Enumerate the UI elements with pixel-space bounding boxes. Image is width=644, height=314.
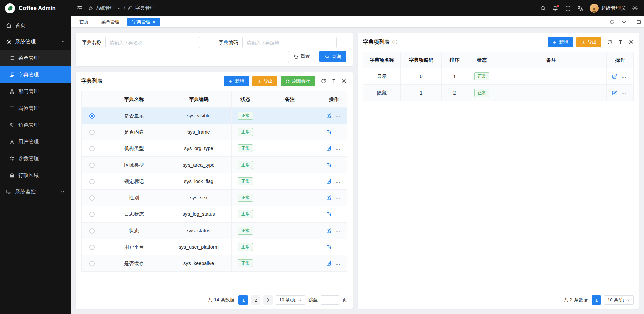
dict-table-row[interactable]: 状态 sys_status 正常 — [82, 223, 347, 239]
page-1-button[interactable]: 1 — [592, 295, 601, 305]
table-settings-gear-icon[interactable] — [628, 39, 634, 45]
export-button[interactable]: 导出 — [252, 76, 277, 86]
app-logo[interactable]: Coffee Admin — [0, 0, 71, 16]
export-items-button[interactable]: 导出 — [576, 37, 601, 47]
row-radio[interactable] — [89, 113, 95, 119]
add-button[interactable]: 新增 — [224, 76, 249, 86]
delete-icon[interactable] — [338, 195, 343, 201]
edit-icon[interactable] — [612, 74, 618, 79]
select-cell — [82, 190, 102, 206]
breadcrumb-system-management[interactable]: 系统管理 — [88, 5, 121, 11]
edit-icon[interactable] — [326, 146, 332, 151]
delete-icon[interactable] — [338, 228, 343, 234]
dict-table-row[interactable]: 性别 sys_sex 正常 — [82, 190, 347, 206]
sidebar-item-menu-management[interactable]: 菜单管理 — [0, 50, 71, 66]
edit-icon[interactable] — [326, 129, 332, 135]
sidebar-item-system-monitor[interactable]: 系统监控 — [0, 184, 71, 200]
info-icon[interactable]: ⓘ — [392, 39, 397, 45]
row-radio[interactable] — [89, 212, 95, 217]
sidebar-item-user-management[interactable]: 用户管理 — [0, 133, 71, 150]
refresh-icon[interactable] — [321, 78, 326, 84]
sidebar-item-role-management[interactable]: 角色管理 — [0, 117, 71, 133]
page-size-select[interactable]: 10 条/页 — [276, 295, 305, 305]
dict-table-row[interactable]: 是否内嵌 sys_frame 正常 — [82, 124, 347, 140]
edit-icon[interactable] — [326, 261, 332, 266]
user-menu[interactable]: 超级管理员 — [590, 4, 626, 13]
dict-table-row[interactable]: 锁定标记 sys_lock_flag 正常 — [82, 173, 347, 190]
delete-icon[interactable] — [338, 162, 343, 168]
edit-icon[interactable] — [326, 179, 332, 184]
dict-name-input[interactable] — [105, 37, 200, 48]
edit-icon[interactable] — [612, 90, 618, 96]
delete-icon[interactable] — [624, 74, 629, 79]
translate-icon[interactable] — [577, 5, 583, 11]
dict-table-row[interactable]: 用户平台 sys_user_platform 正常 — [82, 239, 347, 255]
row-radio[interactable] — [89, 130, 95, 135]
tab-dict-management[interactable]: 字典管理 × — [127, 18, 160, 26]
edit-icon[interactable] — [326, 162, 332, 168]
edit-icon[interactable] — [326, 195, 332, 201]
dict-table-row[interactable]: 是否显示 sys_visible 正常 — [82, 108, 347, 124]
delete-icon[interactable] — [338, 261, 343, 266]
fullscreen-icon[interactable] — [565, 5, 571, 11]
reset-button[interactable]: 重置 — [288, 51, 315, 62]
query-button[interactable]: 查询 — [319, 51, 346, 62]
delete-icon[interactable] — [338, 211, 343, 217]
delete-icon[interactable] — [338, 129, 343, 135]
dict-item-row[interactable]: 显示 0 1 正常 — [363, 68, 634, 85]
edit-icon[interactable] — [326, 244, 332, 250]
dict-item-row[interactable]: 隐藏 1 2 正常 — [363, 85, 634, 101]
refresh-icon[interactable] — [607, 39, 613, 45]
delete-icon[interactable] — [338, 244, 343, 250]
action-cell — [321, 157, 347, 173]
next-page-button[interactable] — [263, 295, 273, 305]
collapse-sidebar-icon[interactable] — [77, 5, 83, 11]
sidebar-item-department-management[interactable]: 部门管理 — [0, 83, 71, 100]
edit-icon[interactable] — [326, 211, 332, 217]
dict-table-row[interactable]: 机构类型 sys_org_type 正常 — [82, 140, 347, 157]
row-radio[interactable] — [89, 245, 95, 250]
page-1-button[interactable]: 1 — [238, 295, 248, 305]
page-2-button[interactable]: 2 — [251, 295, 260, 305]
delete-icon[interactable] — [624, 90, 629, 96]
jump-page-input[interactable] — [321, 295, 339, 305]
delete-icon[interactable] — [338, 179, 343, 184]
sidebar-item-system-management[interactable]: 系统管理 — [0, 34, 71, 50]
breadcrumb-dict-management[interactable]: 字典管理 — [128, 5, 155, 11]
sidebar-item-parameter-management[interactable]: 参数管理 — [0, 150, 71, 167]
search-icon[interactable] — [540, 5, 546, 11]
close-icon[interactable]: × — [153, 20, 155, 24]
settings-gear-icon[interactable] — [632, 5, 638, 11]
sidebar-item-dict-management[interactable]: 字典管理 — [0, 66, 71, 83]
page-size-select[interactable]: 10 条/页 — [604, 295, 634, 305]
add-item-button[interactable]: 新增 — [548, 37, 573, 47]
notification-bell-icon[interactable] — [552, 5, 558, 11]
refresh-icon[interactable] — [606, 16, 618, 27]
sidebar-item-admin-region[interactable]: 行政区域 — [0, 167, 71, 184]
tab-menu-management[interactable]: 菜单管理 — [97, 18, 124, 26]
layout-columns-icon[interactable] — [633, 16, 644, 27]
delete-icon[interactable] — [338, 146, 343, 151]
row-radio[interactable] — [89, 195, 95, 201]
chevron-down-icon[interactable] — [618, 16, 629, 27]
sidebar-item-home[interactable]: 首页 — [0, 17, 71, 34]
row-radio[interactable] — [89, 228, 95, 234]
font-size-icon[interactable] — [618, 39, 623, 45]
row-radio[interactable] — [89, 261, 95, 266]
dict-table-row[interactable]: 是否缓存 sys_keepalive 正常 — [82, 255, 347, 272]
tab-home[interactable]: 首页 — [75, 18, 93, 26]
refresh-cache-button[interactable]: 刷新缓存 — [281, 76, 315, 86]
delete-icon[interactable] — [338, 113, 343, 119]
dict-table-row[interactable]: 区域类型 sys_area_type 正常 — [82, 157, 347, 173]
status-badge: 正常 — [238, 227, 253, 235]
dict-code-input[interactable] — [242, 37, 337, 48]
sidebar-item-post-management[interactable]: 岗位管理 — [0, 100, 71, 117]
edit-icon[interactable] — [326, 228, 332, 234]
row-radio[interactable] — [89, 163, 95, 168]
table-settings-gear-icon[interactable] — [341, 78, 347, 84]
row-radio[interactable] — [89, 179, 95, 184]
row-radio[interactable] — [89, 146, 95, 151]
font-size-icon[interactable] — [331, 78, 337, 84]
dict-table-row[interactable]: 日志状态 sys_log_status 正常 — [82, 206, 347, 223]
edit-icon[interactable] — [326, 113, 332, 119]
